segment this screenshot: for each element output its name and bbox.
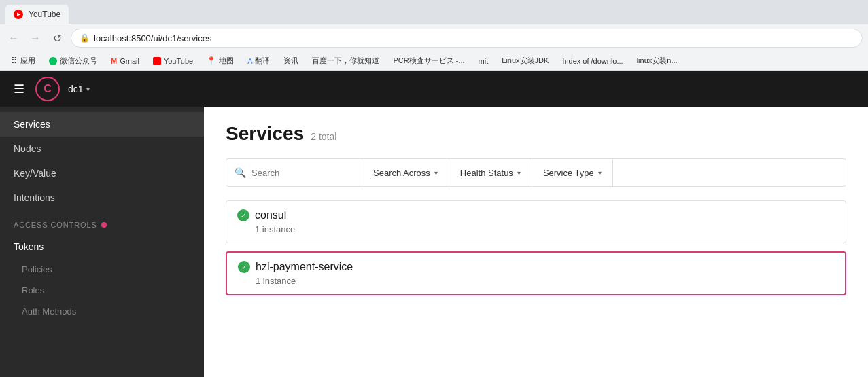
bookmark-gmail[interactable]: M Gmail xyxy=(105,56,145,67)
active-tab[interactable]: YouTube xyxy=(5,5,69,24)
bookmark-mit-label: mit xyxy=(479,57,489,65)
bookmark-baidu-label: 百度一下，你就知道 xyxy=(312,56,379,66)
bookmark-translate-label: 翻译 xyxy=(255,56,270,66)
bookmark-apps-label: 应用 xyxy=(20,56,35,66)
bookmark-index-label: Index of /downlo... xyxy=(562,57,623,65)
page-count: 2 total xyxy=(311,131,336,142)
service-card-hzl-payment[interactable]: ✓ hzl-payment-service 1 instance xyxy=(226,251,846,295)
service-card-consul[interactable]: ✓ consul 1 instance xyxy=(226,200,846,243)
reload-button[interactable]: ↺ xyxy=(49,30,65,46)
sidebar-intentions-label: Intentions xyxy=(14,192,55,203)
filter-bar: 🔍 Search Across ▾ Health Status ▾ Servic… xyxy=(226,158,846,187)
bookmark-pcr[interactable]: PCR検査サービス -... xyxy=(387,54,470,67)
bookmark-linux-n-label: linux安装n... xyxy=(637,56,678,66)
search-section: 🔍 xyxy=(226,159,362,186)
bookmark-wechat[interactable]: 微信公众号 xyxy=(44,54,103,67)
url-display: localhost:8500/ui/dc1/services xyxy=(94,33,854,43)
page-title-row: Services 2 total xyxy=(226,123,846,145)
bookmark-linux-n[interactable]: linux安装n... xyxy=(631,54,683,67)
consul-service-name: consul xyxy=(255,209,286,221)
access-controls-label: ACCESS CONTROLS xyxy=(14,221,97,229)
bookmark-translate[interactable]: A 翻译 xyxy=(242,54,275,67)
bookmarks-bar: ⠿ 应用 微信公众号 M Gmail YouTube 📍 地图 A 翻译 资讯 … xyxy=(0,52,868,71)
bookmark-mit[interactable]: mit xyxy=(473,56,494,67)
service-type-dropdown[interactable]: Service Type ▾ xyxy=(532,159,613,186)
browser-tabs: YouTube xyxy=(0,0,868,24)
sidebar-tokens-label: Tokens xyxy=(14,241,44,252)
bookmark-apps[interactable]: ⠿ 应用 xyxy=(5,54,41,67)
sidebar-nodes-label: Nodes xyxy=(14,143,41,154)
access-controls-dot xyxy=(101,222,107,228)
sidebar-item-auth-methods[interactable]: Auth Methods xyxy=(0,301,204,322)
bookmark-gmail-label: Gmail xyxy=(120,57,139,65)
sidebar-item-roles[interactable]: Roles xyxy=(0,280,204,301)
lock-icon: 🔒 xyxy=(80,33,90,43)
consul-health-icon: ✓ xyxy=(237,209,249,221)
consul-instances: 1 instance xyxy=(255,224,835,234)
health-status-label: Health Status xyxy=(460,168,513,178)
sidebar-item-nodes[interactable]: Nodes xyxy=(0,137,204,161)
bookmark-linux-jdk[interactable]: Linux安装JDK xyxy=(496,54,554,67)
forward-button[interactable]: → xyxy=(27,30,44,46)
bookmark-baidu[interactable]: 百度一下，你就知道 xyxy=(307,54,385,67)
back-button[interactable]: ← xyxy=(5,30,22,46)
service-consul-header: ✓ consul xyxy=(237,209,835,221)
access-controls-section: ACCESS CONTROLS xyxy=(0,210,204,234)
page-title: Services xyxy=(226,123,304,145)
search-across-chevron-icon: ▾ xyxy=(434,169,438,177)
browser-nav: ← → ↺ 🔒 localhost:8500/ui/dc1/services xyxy=(0,24,868,52)
service-type-chevron-icon: ▾ xyxy=(598,169,602,177)
bookmark-wechat-label: 微信公众号 xyxy=(60,56,97,66)
sidebar-policies-label: Policies xyxy=(22,264,52,274)
sidebar-auth-methods-label: Auth Methods xyxy=(22,306,76,317)
bookmark-youtube-label: YouTube xyxy=(164,57,193,65)
sidebar-roles-label: Roles xyxy=(22,285,44,295)
service-hzl-header: ✓ hzl-payment-service xyxy=(238,261,834,273)
hzl-health-icon: ✓ xyxy=(238,261,250,273)
hamburger-button[interactable]: ☰ xyxy=(11,79,27,99)
health-status-chevron-icon: ▾ xyxy=(517,169,521,177)
sidebar-item-tokens[interactable]: Tokens xyxy=(0,234,204,259)
search-across-label: Search Across xyxy=(373,168,430,178)
bookmark-news[interactable]: 资讯 xyxy=(278,54,304,67)
app-container: ☰ C dc1 ▾ Services Nodes Key/Value Inten… xyxy=(0,71,868,377)
sidebar-item-policies[interactable]: Policies xyxy=(0,259,204,280)
consul-logo: C xyxy=(35,77,60,101)
sidebar-keyvalue-label: Key/Value xyxy=(14,168,56,179)
tab-title: YouTube xyxy=(29,10,60,19)
search-across-dropdown[interactable]: Search Across ▾ xyxy=(362,159,449,186)
tab-favicon xyxy=(14,10,23,19)
bookmark-maps[interactable]: 📍 地图 xyxy=(201,54,239,67)
service-type-label: Service Type xyxy=(543,168,594,178)
dc-chevron-icon: ▾ xyxy=(86,86,90,93)
bookmark-youtube[interactable]: YouTube xyxy=(147,56,198,67)
browser-chrome: YouTube ← → ↺ 🔒 localhost:8500/ui/dc1/se… xyxy=(0,0,868,71)
search-icon: 🔍 xyxy=(235,167,246,178)
bookmark-linux-jdk-label: Linux安装JDK xyxy=(502,56,549,66)
sidebar: Services Nodes Key/Value Intentions ACCE… xyxy=(0,107,204,377)
content-area: Services 2 total 🔍 Search Across ▾ Healt… xyxy=(204,107,868,377)
address-bar[interactable]: 🔒 localhost:8500/ui/dc1/services xyxy=(71,29,863,48)
dc-name: dc1 xyxy=(68,84,84,94)
health-status-dropdown[interactable]: Health Status ▾ xyxy=(449,159,532,186)
sidebar-item-services[interactable]: Services xyxy=(0,112,204,137)
bookmark-pcr-label: PCR検査サービス -... xyxy=(393,56,464,66)
hzl-instances: 1 instance xyxy=(256,276,834,286)
top-bar: ☰ C dc1 ▾ xyxy=(0,71,868,107)
bookmark-index[interactable]: Index of /downlo... xyxy=(557,56,628,67)
main-layout: Services Nodes Key/Value Intentions ACCE… xyxy=(0,107,868,377)
sidebar-services-label: Services xyxy=(14,119,50,130)
bookmark-news-label: 资讯 xyxy=(283,56,298,66)
sidebar-item-keyvalue[interactable]: Key/Value xyxy=(0,161,204,185)
hzl-service-name: hzl-payment-service xyxy=(256,261,353,273)
search-input[interactable] xyxy=(251,168,353,178)
dc-selector[interactable]: dc1 ▾ xyxy=(68,84,90,94)
sidebar-item-intentions[interactable]: Intentions xyxy=(0,185,204,210)
bookmark-maps-label: 地图 xyxy=(219,56,234,66)
